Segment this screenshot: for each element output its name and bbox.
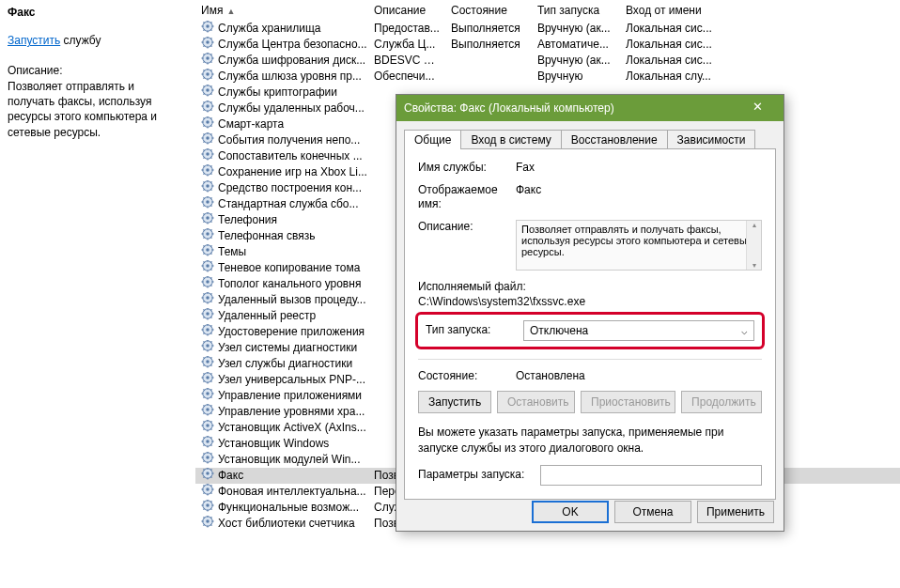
label-executable: Исполняемый файл:: [418, 280, 762, 293]
gear-icon: [201, 101, 214, 116]
gear-icon: [201, 356, 214, 372]
cell-name: Узел универсальных PNP-...: [195, 372, 368, 388]
details-pane: Факс Запустить службу Описание: Позволяе…: [0, 0, 188, 588]
svg-point-131: [206, 232, 209, 236]
column-name[interactable]: Имя▲: [195, 0, 368, 21]
cell-desc: BDESVC пр...: [368, 53, 445, 69]
cell-name: Удаленный реестр: [195, 308, 368, 324]
svg-point-221: [206, 376, 209, 379]
gear-icon: [201, 324, 214, 340]
service-row[interactable]: Служба Центра безопасно...Служба Ц...Вып…: [195, 37, 900, 53]
svg-point-101: [206, 184, 209, 188]
gear-icon: [201, 452, 214, 468]
stop-button: Остановить: [497, 391, 575, 413]
svg-point-291: [206, 487, 209, 491]
cell-name: Узел системы диагностики: [195, 340, 368, 356]
cell-name: Служба шифрования диск...: [195, 53, 368, 69]
cell-name: Фоновая интеллектуальна...: [195, 484, 368, 500]
cell-name: Средство построения кон...: [195, 180, 368, 196]
service-row[interactable]: Служба шифрования диск...BDESVC пр...Вру…: [195, 53, 900, 69]
svg-point-241: [206, 408, 209, 411]
value-description: Позволяет отправлять и получать факсы, и…: [521, 224, 753, 257]
svg-point-151: [206, 264, 209, 268]
cell-logon: Локальная сис...: [620, 53, 742, 69]
column-state[interactable]: Состояние: [445, 0, 532, 21]
cell-name: Установщик модулей Win...: [195, 452, 368, 468]
service-row[interactable]: Служба хранилищаПредостав...ВыполняетсяВ…: [195, 21, 900, 37]
description-scrollbar[interactable]: ▴▾: [746, 221, 761, 270]
tab-logon[interactable]: Вход в систему: [460, 130, 561, 149]
dialog-title-text: Свойства: Факс (Локальный компьютер): [404, 95, 614, 121]
gear-icon: [201, 292, 214, 308]
label-service-name: Имя службы:: [418, 161, 516, 176]
cell-name: Удостоверение приложения: [195, 324, 368, 340]
label-display-name: Отображаемое имя:: [418, 183, 516, 212]
svg-point-271: [206, 456, 209, 459]
gear-icon: [201, 69, 214, 85]
service-row[interactable]: Служба шлюза уровня пр...Обеспечи...Вруч…: [195, 69, 900, 85]
gear-icon: [201, 148, 214, 164]
cell-name: Темы: [195, 244, 368, 260]
cell-state: [445, 53, 532, 69]
start-service-text: службу: [60, 34, 101, 47]
cell-name: События получения непо...: [195, 132, 368, 148]
cell-start: Автоматиче...: [532, 37, 620, 53]
gear-icon: [201, 228, 214, 244]
dialog-titlebar[interactable]: Свойства: Факс (Локальный компьютер) ✕: [396, 95, 784, 121]
value-executable: C:\Windows\system32\fxssvc.exe: [418, 295, 762, 308]
ok-button[interactable]: OK: [532, 501, 609, 523]
column-description[interactable]: Описание: [368, 0, 445, 21]
cell-name: Узел службы диагностики: [195, 356, 368, 372]
gear-icon: [201, 53, 214, 69]
pause-button: Приостановить: [581, 391, 675, 413]
svg-point-251: [206, 424, 209, 427]
gear-icon: [201, 180, 214, 196]
description-label: Описание:: [8, 64, 180, 77]
column-logon-as[interactable]: Вход от имени: [620, 0, 742, 21]
tab-general[interactable]: Общие: [404, 130, 461, 149]
svg-point-261: [206, 440, 209, 443]
value-state: Остановлена: [516, 369, 762, 384]
tab-dependencies[interactable]: Зависимости: [667, 130, 756, 149]
cancel-button[interactable]: Отмена: [614, 501, 691, 523]
svg-point-281: [206, 472, 209, 475]
svg-point-161: [206, 280, 209, 284]
gear-icon: [201, 468, 214, 484]
gear-icon: [201, 372, 214, 388]
svg-point-31: [206, 72, 209, 76]
gear-icon: [201, 340, 214, 356]
svg-point-141: [206, 248, 209, 252]
start-service-link[interactable]: Запустить: [8, 34, 60, 47]
svg-point-301: [206, 503, 209, 507]
label-start-params: Параметры запуска:: [418, 468, 540, 483]
svg-point-11: [206, 40, 209, 44]
label-description: Описание:: [418, 220, 516, 235]
startup-type-select[interactable]: Отключена: [523, 320, 754, 341]
start-params-input[interactable]: [540, 465, 762, 486]
gear-icon: [201, 196, 214, 212]
column-startup-type[interactable]: Тип запуска: [532, 0, 620, 21]
gear-icon: [201, 260, 214, 276]
cell-name: Стандартная служба сбо...: [195, 196, 368, 212]
gear-icon: [201, 404, 214, 420]
svg-point-211: [206, 360, 209, 364]
gear-icon: [201, 37, 214, 53]
value-description-box: Позволяет отправлять и получать факсы, и…: [516, 220, 762, 271]
cell-name: Установщик ActiveX (AxIns...: [195, 420, 368, 436]
state-buttons: Запустить Остановить Приостановить Продо…: [418, 391, 762, 413]
cell-name: Удаленный вызов процеду...: [195, 292, 368, 308]
start-button[interactable]: Запустить: [418, 391, 491, 413]
close-icon[interactable]: ✕: [738, 95, 776, 121]
resume-button: Продолжить: [681, 391, 762, 413]
cell-name: Служба хранилища: [195, 21, 368, 37]
gear-icon: [201, 500, 214, 516]
gear-icon: [201, 164, 214, 180]
tab-recovery[interactable]: Восстановление: [561, 130, 668, 149]
value-service-name: Fax: [516, 161, 762, 176]
apply-button[interactable]: Применить: [697, 501, 774, 523]
cell-desc: Обеспечи...: [368, 69, 445, 85]
cell-name: Службы криптографии: [195, 85, 368, 101]
cell-name: Сохранение игр на Xbox Li...: [195, 164, 368, 180]
cell-name: Телефонная связь: [195, 228, 368, 244]
cell-name: Установщик Windows: [195, 436, 368, 452]
